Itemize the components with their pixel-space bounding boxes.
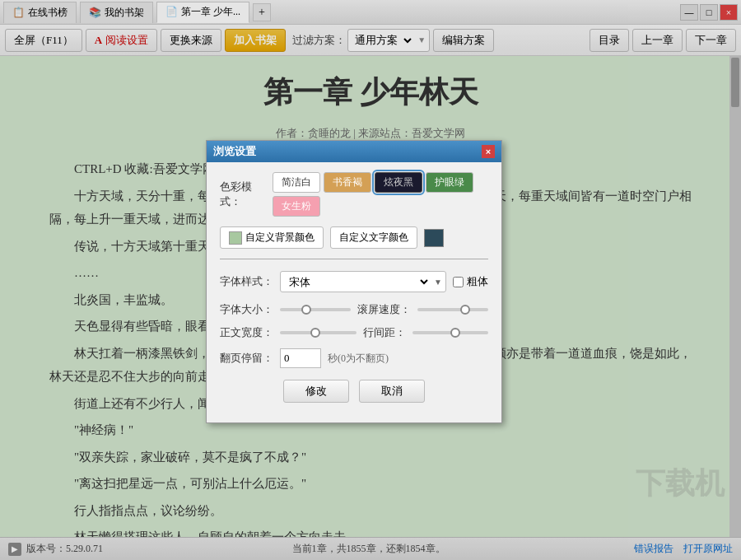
custom-text-color-button[interactable]: 自定义文字颜色 [330, 226, 417, 249]
bold-checkbox-label[interactable]: 粗体 [453, 274, 488, 289]
flip-input[interactable] [280, 348, 321, 368]
flip-hint: 秒(0为不翻页) [328, 352, 389, 366]
custom-bg-color-button[interactable]: 自定义背景颜色 [220, 226, 324, 249]
content-width-slider[interactable] [280, 331, 357, 334]
color-mode-label: 色彩模式： [220, 180, 266, 209]
scroll-speed-thumb[interactable] [460, 305, 470, 315]
dialog-close-button[interactable]: × [482, 145, 495, 158]
font-size-row: 字体大小： 滚屏速度： [220, 302, 488, 317]
line-spacing-thumb[interactable] [450, 328, 460, 338]
custom-color-row: 自定义背景颜色 自定义文字颜色 [220, 226, 488, 249]
bold-label: 粗体 [467, 274, 488, 289]
content-width-row: 正文宽度： 行间距： [220, 325, 488, 340]
font-size-slider[interactable] [280, 308, 351, 311]
bold-checkbox[interactable] [453, 277, 464, 287]
scroll-speed-slider[interactable] [417, 308, 488, 311]
content-width-thumb[interactable] [310, 328, 320, 338]
font-select-arrow-icon: ▼ [431, 278, 445, 287]
font-select[interactable]: 宋体 黑体 楷体 仿宋 [281, 272, 431, 292]
color-mode-pink[interactable]: 女生粉 [273, 196, 320, 217]
font-size-label: 字体大小： [220, 302, 273, 317]
font-style-row: 字体样式： 宋体 黑体 楷体 仿宋 ▼ 粗体 [220, 271, 488, 292]
browse-settings-dialog: 浏览设置 × 色彩模式： 简洁白 书香褐 炫夜黑 护眼绿 女生粉 自定义 [206, 140, 502, 423]
flip-row: 翻页停留： 秒(0为不翻页) [220, 348, 488, 368]
color-mode-dark[interactable]: 炫夜黑 [375, 172, 422, 193]
scroll-speed-label: 滚屏速度： [357, 302, 411, 317]
content-width-slider-wrap[interactable] [280, 331, 357, 334]
content-width-label: 正文宽度： [220, 325, 273, 340]
color-mode-buttons: 简洁白 书香褐 炫夜黑 护眼绿 女生粉 [273, 172, 488, 217]
flip-label: 翻页停留： [220, 351, 273, 366]
color-mode-row: 色彩模式： 简洁白 书香褐 炫夜黑 护眼绿 女生粉 [220, 172, 488, 217]
bg-color-swatch [229, 231, 242, 245]
scroll-speed-slider-wrap[interactable] [417, 308, 488, 311]
cancel-button[interactable]: 取消 [359, 380, 425, 403]
line-spacing-label: 行间距： [363, 325, 406, 340]
color-mode-eye[interactable]: 护眼绿 [426, 172, 473, 193]
font-select-wrap[interactable]: 宋体 黑体 楷体 仿宋 ▼ [280, 271, 446, 292]
custom-bg-label: 自定义背景颜色 [245, 231, 315, 245]
text-color-swatch [424, 229, 444, 247]
custom-text-label: 自定义文字颜色 [339, 231, 408, 245]
dialog-title: 浏览设置 [213, 144, 256, 159]
line-spacing-slider[interactable] [412, 331, 489, 334]
font-style-label: 字体样式： [220, 274, 273, 289]
font-size-thumb[interactable] [301, 305, 311, 315]
dialog-overlay: 浏览设置 × 色彩模式： 简洁白 书香褐 炫夜黑 护眼绿 女生粉 自定义 [0, 0, 741, 560]
dialog-body: 色彩模式： 简洁白 书香褐 炫夜黑 护眼绿 女生粉 自定义背景颜色 自定义文字颜… [207, 162, 501, 422]
modify-button[interactable]: 修改 [283, 380, 349, 403]
font-size-slider-wrap[interactable] [280, 308, 351, 311]
color-mode-book[interactable]: 书香褐 [324, 172, 371, 193]
color-mode-simple[interactable]: 简洁白 [273, 172, 320, 193]
dialog-footer: 修改 取消 [220, 380, 488, 413]
line-spacing-slider-wrap[interactable] [412, 331, 489, 334]
dialog-title-bar: 浏览设置 × [207, 141, 501, 162]
separator-1 [220, 259, 488, 259]
